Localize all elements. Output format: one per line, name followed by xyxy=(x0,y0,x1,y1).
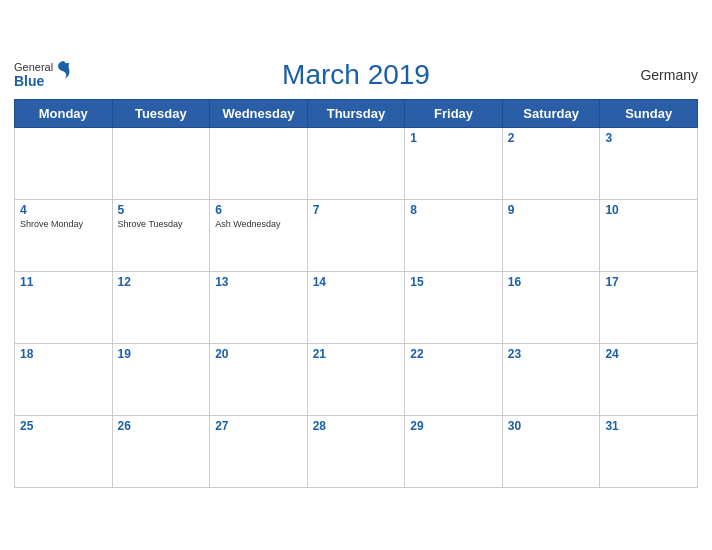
day-number: 23 xyxy=(508,347,595,361)
table-row: 28 xyxy=(307,415,405,487)
day-number: 15 xyxy=(410,275,497,289)
holiday-label: Shrove Monday xyxy=(20,219,107,229)
day-number: 6 xyxy=(215,203,302,217)
table-row: 14 xyxy=(307,271,405,343)
calendar-container: General Blue March 2019 Germany Monday T… xyxy=(0,49,712,502)
table-row: 27 xyxy=(210,415,308,487)
table-row: 5Shrove Tuesday xyxy=(112,199,210,271)
logo-blue-text: Blue xyxy=(14,73,53,89)
calendar-week-row: 18192021222324 xyxy=(15,343,698,415)
day-number: 24 xyxy=(605,347,692,361)
calendar-header: General Blue March 2019 Germany xyxy=(14,59,698,91)
table-row: 25 xyxy=(15,415,113,487)
table-row: 13 xyxy=(210,271,308,343)
calendar-week-row: 123 xyxy=(15,127,698,199)
table-row: 2 xyxy=(502,127,600,199)
calendar-week-row: 4Shrove Monday5Shrove Tuesday6Ash Wednes… xyxy=(15,199,698,271)
table-row: 9 xyxy=(502,199,600,271)
table-row xyxy=(210,127,308,199)
logo-general-text: General xyxy=(14,61,53,73)
day-number: 29 xyxy=(410,419,497,433)
header-thursday: Thursday xyxy=(307,99,405,127)
holiday-label: Shrove Tuesday xyxy=(118,219,205,229)
table-row: 19 xyxy=(112,343,210,415)
day-number: 8 xyxy=(410,203,497,217)
logo: General Blue xyxy=(14,61,53,89)
table-row: 30 xyxy=(502,415,600,487)
table-row: 31 xyxy=(600,415,698,487)
table-row: 16 xyxy=(502,271,600,343)
header-saturday: Saturday xyxy=(502,99,600,127)
bird-icon xyxy=(55,59,73,81)
day-number: 27 xyxy=(215,419,302,433)
holiday-label: Ash Wednesday xyxy=(215,219,302,229)
calendar-table: Monday Tuesday Wednesday Thursday Friday… xyxy=(14,99,698,488)
table-row: 18 xyxy=(15,343,113,415)
day-number: 3 xyxy=(605,131,692,145)
day-number: 1 xyxy=(410,131,497,145)
table-row: 12 xyxy=(112,271,210,343)
table-row: 10 xyxy=(600,199,698,271)
calendar-week-row: 25262728293031 xyxy=(15,415,698,487)
day-number: 17 xyxy=(605,275,692,289)
table-row: 29 xyxy=(405,415,503,487)
day-number: 20 xyxy=(215,347,302,361)
header-wednesday: Wednesday xyxy=(210,99,308,127)
day-number: 22 xyxy=(410,347,497,361)
day-number: 14 xyxy=(313,275,400,289)
day-number: 28 xyxy=(313,419,400,433)
day-number: 26 xyxy=(118,419,205,433)
page-title: March 2019 xyxy=(282,59,430,91)
day-number: 21 xyxy=(313,347,400,361)
table-row: 1 xyxy=(405,127,503,199)
calendar-week-row: 11121314151617 xyxy=(15,271,698,343)
day-number: 5 xyxy=(118,203,205,217)
day-number: 13 xyxy=(215,275,302,289)
day-number: 11 xyxy=(20,275,107,289)
table-row: 15 xyxy=(405,271,503,343)
table-row: 22 xyxy=(405,343,503,415)
table-row: 26 xyxy=(112,415,210,487)
day-number: 30 xyxy=(508,419,595,433)
day-number: 12 xyxy=(118,275,205,289)
header-sunday: Sunday xyxy=(600,99,698,127)
table-row xyxy=(307,127,405,199)
table-row xyxy=(112,127,210,199)
day-number: 16 xyxy=(508,275,595,289)
table-row: 7 xyxy=(307,199,405,271)
day-number: 31 xyxy=(605,419,692,433)
day-number: 19 xyxy=(118,347,205,361)
day-number: 10 xyxy=(605,203,692,217)
table-row xyxy=(15,127,113,199)
table-row: 6Ash Wednesday xyxy=(210,199,308,271)
header-tuesday: Tuesday xyxy=(112,99,210,127)
table-row: 4Shrove Monday xyxy=(15,199,113,271)
header-monday: Monday xyxy=(15,99,113,127)
day-number: 25 xyxy=(20,419,107,433)
table-row: 21 xyxy=(307,343,405,415)
header-friday: Friday xyxy=(405,99,503,127)
table-row: 8 xyxy=(405,199,503,271)
table-row: 3 xyxy=(600,127,698,199)
day-number: 18 xyxy=(20,347,107,361)
country-label: Germany xyxy=(640,67,698,83)
day-number: 9 xyxy=(508,203,595,217)
weekday-header-row: Monday Tuesday Wednesday Thursday Friday… xyxy=(15,99,698,127)
day-number: 7 xyxy=(313,203,400,217)
table-row: 11 xyxy=(15,271,113,343)
table-row: 17 xyxy=(600,271,698,343)
table-row: 24 xyxy=(600,343,698,415)
table-row: 20 xyxy=(210,343,308,415)
day-number: 2 xyxy=(508,131,595,145)
table-row: 23 xyxy=(502,343,600,415)
day-number: 4 xyxy=(20,203,107,217)
